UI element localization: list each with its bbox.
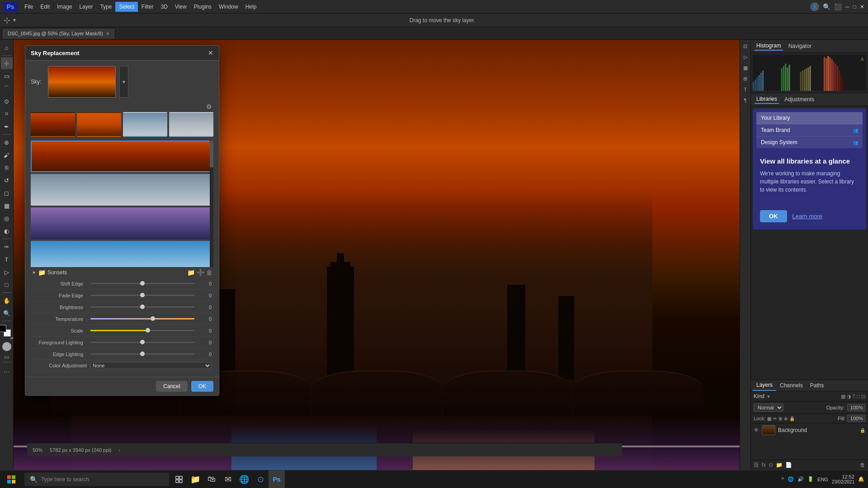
foreground-thumb[interactable] [140, 340, 145, 344]
menu-edit[interactable]: Edit [37, 2, 53, 12]
ps-logo[interactable]: Ps [4, 2, 17, 12]
scale-thumb[interactable] [146, 328, 150, 333]
share-btn[interactable]: ⬛ [834, 3, 842, 10]
file-explorer-icon[interactable]: 📁 [187, 470, 203, 488]
dialog-close-button[interactable]: ✕ [208, 49, 213, 56]
sky-active-selection[interactable] [31, 141, 213, 172]
menu-window[interactable]: Window [215, 2, 242, 12]
tab-libraries[interactable]: Libraries [755, 95, 779, 104]
shape-tool[interactable]: □ [1, 279, 13, 291]
menu-layer[interactable]: Layer [75, 2, 96, 12]
type-tool[interactable]: T [1, 253, 13, 265]
task-view-button[interactable] [171, 470, 187, 488]
library-ok-button[interactable]: OK [760, 210, 787, 222]
menu-help[interactable]: Help [242, 2, 260, 12]
ok-button[interactable]: OK [191, 381, 213, 392]
fill-input[interactable] [847, 415, 865, 422]
panel-icon-1[interactable]: ⊡ [741, 42, 750, 51]
color-adjust-select[interactable]: None [90, 362, 212, 369]
panel-icon-2[interactable]: ▷ [741, 52, 750, 61]
tab-layers[interactable]: Layers [753, 380, 776, 391]
doc-tab-close[interactable]: ✕ [106, 31, 109, 36]
scale-slider[interactable] [90, 330, 194, 331]
library-item-team-brand[interactable]: Team Brand 👥 [756, 124, 863, 136]
tab-adjustments[interactable]: Adjustments [783, 95, 816, 103]
volume-icon[interactable]: 🔊 [797, 476, 804, 482]
edge-icon[interactable]: 🌐 [236, 470, 252, 488]
menu-plugins[interactable]: Plugins [190, 2, 215, 12]
sunsets-toggle[interactable]: ▼ 📁 Sunsets [32, 269, 67, 276]
edge-lighting-slider[interactable] [90, 353, 194, 355]
add-sky-folder-icon[interactable]: 📁 [187, 269, 195, 276]
blend-mode-select[interactable]: Normal [754, 404, 783, 412]
minimize-btn[interactable]: ─ [845, 4, 849, 10]
lock-artboard-icon[interactable]: ⊞ [778, 416, 782, 421]
doc-tab-active[interactable]: DSC_0045.jpg @ 50% (Sky, Layer Mask/8) ✕ [2, 28, 115, 39]
tab-channels[interactable]: Channels [776, 380, 807, 390]
add-sky-icon[interactable]: ➕ [197, 269, 204, 276]
battery-icon[interactable]: 🔋 [807, 476, 814, 482]
brightness-slider[interactable] [90, 306, 194, 308]
menu-view[interactable]: View [171, 2, 190, 12]
history-brush[interactable]: ↺ [1, 174, 13, 186]
filter-type-icon[interactable]: T [853, 394, 856, 399]
library-item-design-system[interactable]: Design System 👥 [756, 136, 863, 148]
taskbar-search-box[interactable]: 🔍 Type here to search [24, 473, 169, 486]
sky-thumb-blue-large[interactable] [31, 241, 213, 267]
move-tool[interactable]: ⊹ [1, 57, 13, 69]
quick-select-tool[interactable]: ⊙ [1, 95, 13, 107]
panel-icon-3[interactable]: ▦ [741, 63, 750, 72]
panel-icon-6[interactable]: ¶ [741, 96, 750, 105]
add-style-icon[interactable]: fx [762, 462, 766, 468]
filter-smart-icon[interactable]: ⊡ [861, 394, 865, 399]
edge-lighting-thumb[interactable] [140, 352, 145, 356]
more-tools-btn[interactable]: … [1, 364, 13, 376]
home-tool[interactable]: ⌂ [1, 42, 13, 53]
screen-mode-btn[interactable]: ▭ [4, 354, 9, 360]
sky-dropdown-button[interactable]: ▼ [119, 66, 128, 98]
eyedropper-tool[interactable]: ✒ [1, 121, 13, 132]
blur-tool[interactable]: ◎ [1, 212, 13, 224]
swap-colors-icon[interactable]: ⇄ [10, 336, 14, 340]
foreground-slider[interactable] [90, 342, 194, 343]
system-tray-show-icon[interactable]: ^ [781, 476, 784, 483]
zoom-tool[interactable]: 🔍 [1, 307, 13, 319]
lock-image-icon[interactable]: ✏ [773, 416, 777, 421]
sky-thumb-clouds-large[interactable] [31, 174, 213, 206]
user-avatar[interactable]: 👤 [810, 2, 819, 11]
gradient-tool[interactable]: ▦ [1, 200, 13, 211]
photoshop-taskbar-icon[interactable]: Ps [269, 470, 285, 488]
eraser-tool[interactable]: ◻ [1, 187, 13, 199]
tab-paths[interactable]: Paths [807, 380, 828, 390]
library-item-your-library[interactable]: Your Library [756, 112, 863, 124]
crop-tool[interactable]: ⌗ [1, 108, 13, 120]
filter-shape-icon[interactable]: □ [857, 394, 860, 399]
shift-edge-thumb[interactable] [140, 281, 145, 286]
settings-gear-icon[interactable]: ⚙ [206, 103, 212, 110]
filter-adjust-icon[interactable]: ◑ [847, 394, 851, 399]
more-info-btn[interactable]: › [118, 447, 120, 453]
lasso-tool[interactable]: ⌒ [1, 83, 13, 94]
sky-thumb-3[interactable] [123, 112, 167, 137]
tool-options-arrow[interactable]: ▼ [12, 18, 17, 23]
sky-thumb-1[interactable] [31, 112, 75, 137]
path-select-tool[interactable]: ▷ [1, 266, 13, 278]
network-icon[interactable]: 🌐 [788, 476, 794, 482]
menu-file[interactable]: File [21, 2, 37, 12]
marquee-tool[interactable]: ▭ [1, 70, 13, 82]
dodge-tool[interactable]: ◐ [1, 225, 13, 237]
cancel-button[interactable]: Cancel [156, 381, 187, 392]
new-layer-icon[interactable]: 📄 [785, 462, 792, 468]
lock-position-icon[interactable]: ⊕ [784, 416, 788, 421]
fade-edge-thumb[interactable] [140, 293, 145, 297]
temperature-slider[interactable] [90, 318, 194, 319]
settings-dropdown-arrow[interactable]: . [212, 103, 213, 110]
chrome-icon[interactable]: ⊙ [252, 470, 269, 488]
pen-tool[interactable]: ✑ [1, 241, 13, 253]
sky-scrollbar-thumb[interactable] [210, 141, 213, 168]
clone-tool[interactable]: ⎘ [1, 162, 13, 174]
sky-preview-thumbnail[interactable] [48, 66, 116, 98]
sky-thumb-4[interactable] [169, 112, 213, 137]
panel-icon-5[interactable]: T [741, 85, 750, 94]
tab-navigator[interactable]: Navigator [787, 42, 813, 50]
